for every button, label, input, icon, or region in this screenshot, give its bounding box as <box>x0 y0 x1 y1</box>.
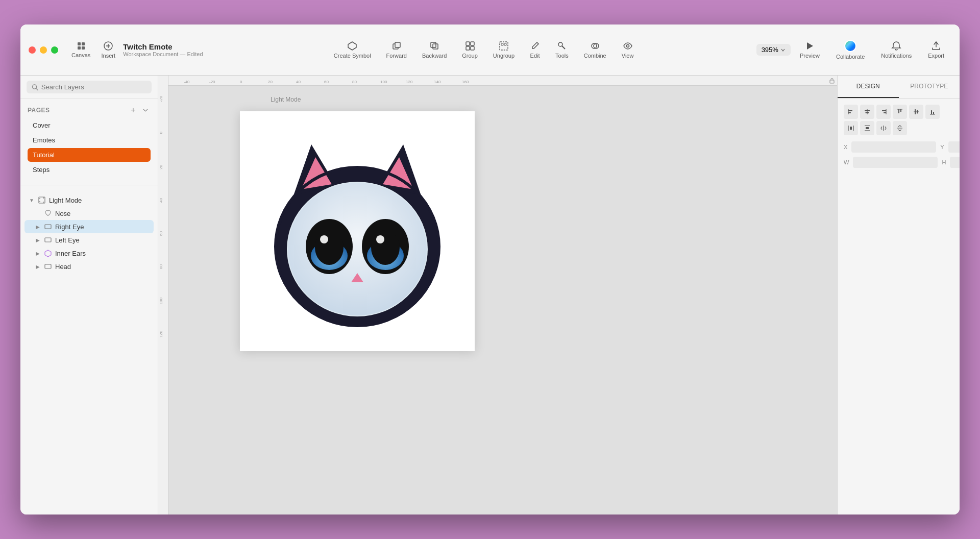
x-input[interactable] <box>851 141 936 153</box>
group-label: Group <box>462 53 478 59</box>
forward-button[interactable]: Forward <box>379 38 414 62</box>
h-input[interactable] <box>950 157 960 168</box>
align-left-button[interactable] <box>844 105 858 119</box>
view-button[interactable]: View <box>615 38 641 62</box>
artboard[interactable] <box>240 111 475 351</box>
search-bar <box>20 76 158 99</box>
distribute-h-button[interactable] <box>844 121 858 135</box>
panel-content: X Y W H <box>838 99 960 514</box>
doc-title: Twitch Emote <box>123 42 203 51</box>
tab-design[interactable]: DESIGN <box>838 76 899 98</box>
w-input[interactable] <box>853 157 938 168</box>
layer-light-mode-label: Light Mode <box>49 197 82 204</box>
search-input-wrap[interactable] <box>27 81 152 93</box>
chevron-right-icon3: ▶ <box>35 250 41 256</box>
x-label: X <box>844 144 847 150</box>
tools-button[interactable]: Tools <box>548 38 576 62</box>
align-top-button[interactable] <box>893 105 907 119</box>
chevron-right-icon2: ▶ <box>35 237 41 243</box>
doc-title-area: Twitch Emote Workspace Document — Edited <box>123 42 203 57</box>
close-button[interactable] <box>29 46 36 54</box>
layer-nose[interactable]: Nose <box>24 207 154 220</box>
svg-rect-14 <box>466 46 470 50</box>
distribute-v-button[interactable] <box>860 121 874 135</box>
svg-marker-33 <box>45 250 51 257</box>
svg-rect-63 <box>898 109 899 113</box>
canvas-area[interactable]: -40 -20 0 20 40 60 80 100 120 140 160 -2… <box>158 76 837 514</box>
page-emotes[interactable]: Emotes <box>28 133 151 147</box>
add-page-button[interactable]: + <box>128 105 138 115</box>
insert-button[interactable]: Insert <box>95 38 121 62</box>
cat-face-illustration <box>260 129 454 333</box>
toolbar-tools: Create Symbol Forward Backward <box>211 38 756 62</box>
export-button[interactable]: Export <box>921 38 951 62</box>
layer-right-eye[interactable]: ▶ Right Eye <box>24 220 154 233</box>
align-center-h-button[interactable] <box>860 105 874 119</box>
svg-line-25 <box>36 88 38 90</box>
group-button[interactable]: Group <box>455 38 485 62</box>
align-right-button[interactable] <box>876 105 891 119</box>
layer-inner-ears[interactable]: ▶ Inner Ears <box>24 247 154 260</box>
collaborate-button[interactable]: Collaborate <box>829 37 872 63</box>
layer-left-eye[interactable]: ▶ Left Eye <box>24 233 154 247</box>
svg-rect-9 <box>395 42 400 47</box>
notifications-label: Notifications <box>881 53 912 59</box>
layer-light-mode[interactable]: ▼ Light Mode <box>24 193 154 207</box>
app-window: Canvas Insert Twitch Emote Workspace Doc… <box>20 24 960 514</box>
svg-rect-26 <box>39 197 45 203</box>
preview-button[interactable]: Preview <box>793 38 827 62</box>
page-tutorial[interactable]: Tutorial <box>28 148 151 162</box>
backward-button[interactable]: Backward <box>415 38 454 62</box>
align-bottom-button[interactable] <box>925 105 940 119</box>
pages-title: Pages <box>28 107 50 114</box>
page-cover[interactable]: Cover <box>28 118 151 132</box>
combine-button[interactable]: Combine <box>577 38 614 62</box>
svg-point-49 <box>371 230 400 265</box>
pages-divider <box>20 185 158 185</box>
canvas-label: Canvas <box>71 52 90 58</box>
flip-v-button[interactable] <box>893 121 907 135</box>
align-middle-button[interactable] <box>909 105 923 119</box>
zoom-level: 395% <box>762 46 778 54</box>
pages-actions: + <box>128 105 151 115</box>
ungroup-label: Ungroup <box>493 53 514 59</box>
chevron-right-icon4: ▶ <box>35 263 41 270</box>
frame-icon <box>38 196 46 204</box>
tab-prototype[interactable]: PROTOTYPE <box>899 76 960 98</box>
svg-point-46 <box>320 235 328 243</box>
search-input[interactable] <box>41 83 146 91</box>
svg-rect-12 <box>466 42 470 45</box>
toolbar-right: 395% Preview Collaborate N <box>756 37 951 63</box>
minimize-button[interactable] <box>40 46 47 54</box>
edit-button[interactable]: Edit <box>523 38 547 62</box>
pages-header: Pages + <box>28 105 151 115</box>
svg-rect-0 <box>78 42 81 45</box>
tools-label: Tools <box>555 53 569 59</box>
panel-tabs: DESIGN PROTOTYPE <box>838 76 960 99</box>
ruler-mark: 40 <box>296 80 301 84</box>
notifications-button[interactable]: Notifications <box>874 38 919 62</box>
fullscreen-button[interactable] <box>51 46 58 54</box>
svg-rect-67 <box>917 110 918 114</box>
h-label: H <box>942 159 946 165</box>
ruler-mark: 60 <box>324 80 329 84</box>
pages-section: Pages + Cover Emotes Tutorial Steps <box>20 99 158 181</box>
ruler-mark: 160 <box>462 80 469 84</box>
canvas-button[interactable]: Canvas <box>66 38 95 61</box>
svg-rect-58 <box>866 112 869 113</box>
page-steps[interactable]: Steps <box>28 163 151 177</box>
ruler-mark: -40 <box>184 80 190 84</box>
ruler-mark: 0 <box>240 80 242 84</box>
svg-rect-55 <box>848 112 851 113</box>
layer-head[interactable]: ▶ Head <box>24 260 154 273</box>
zoom-control[interactable]: 395% <box>756 44 791 56</box>
svg-rect-69 <box>931 110 932 114</box>
pages-chevron[interactable] <box>140 105 151 115</box>
flip-h-button[interactable] <box>876 121 891 135</box>
y-label: Y <box>940 144 944 150</box>
y-input[interactable] <box>948 141 960 153</box>
ungroup-button[interactable]: Ungroup <box>486 38 522 62</box>
lock-icon <box>827 76 837 86</box>
ruler-mark-v: 0 <box>159 132 163 134</box>
create-symbol-button[interactable]: Create Symbol <box>327 38 378 62</box>
